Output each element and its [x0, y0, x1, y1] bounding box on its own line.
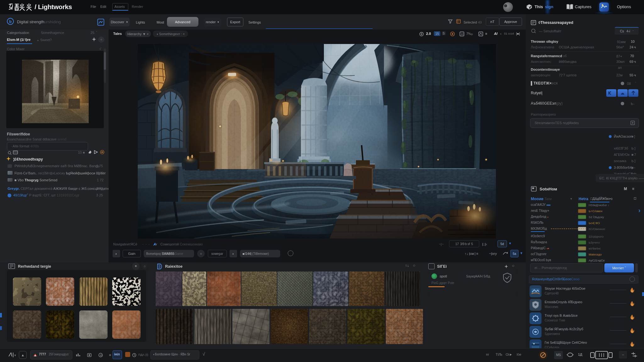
svg-text:12: 12 [461, 33, 464, 36]
svg-text:@: @ [100, 354, 102, 357]
